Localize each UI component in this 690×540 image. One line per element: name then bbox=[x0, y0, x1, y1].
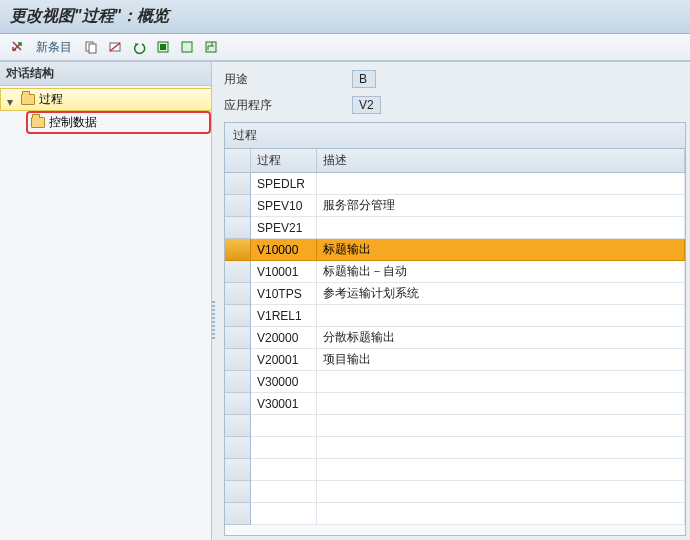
row-selector[interactable] bbox=[225, 437, 251, 459]
cell-desc[interactable] bbox=[317, 503, 685, 525]
form-row-usage: 用途 B bbox=[224, 70, 686, 88]
cell-code[interactable]: V30000 bbox=[251, 371, 317, 393]
delimit-icon[interactable] bbox=[106, 38, 124, 56]
grid-header-code[interactable]: 过程 bbox=[251, 149, 317, 173]
page-title: 更改视图"过程"：概览 bbox=[0, 0, 690, 34]
row-selector[interactable] bbox=[225, 481, 251, 503]
cell-desc[interactable] bbox=[317, 459, 685, 481]
sidebar-header: 对话结构 bbox=[0, 62, 211, 86]
cell-desc[interactable]: 标题输出－自动 bbox=[317, 261, 685, 283]
svg-rect-1 bbox=[89, 44, 96, 53]
usage-label: 用途 bbox=[224, 71, 352, 88]
select-all-icon[interactable] bbox=[154, 38, 172, 56]
folder-open-icon bbox=[21, 94, 35, 105]
table-row[interactable]: V30001 bbox=[225, 393, 685, 415]
tree-node-control-data[interactable]: 控制数据 bbox=[26, 111, 211, 134]
table-row[interactable] bbox=[225, 437, 685, 459]
collapse-icon[interactable]: ▾ bbox=[7, 95, 17, 105]
grid-header: 过程 描述 bbox=[225, 149, 685, 173]
row-selector[interactable] bbox=[225, 371, 251, 393]
cell-code[interactable] bbox=[251, 503, 317, 525]
table-row[interactable] bbox=[225, 503, 685, 525]
cell-code[interactable]: SPEV10 bbox=[251, 195, 317, 217]
application-label: 应用程序 bbox=[224, 97, 352, 114]
form-row-application: 应用程序 V2 bbox=[224, 96, 686, 114]
row-selector[interactable] bbox=[225, 459, 251, 481]
tree-node-label: 控制数据 bbox=[49, 114, 97, 131]
cell-desc[interactable]: 项目输出 bbox=[317, 349, 685, 371]
splitter-handle[interactable] bbox=[212, 62, 216, 540]
cell-desc[interactable] bbox=[317, 415, 685, 437]
copy-icon[interactable] bbox=[82, 38, 100, 56]
cell-desc[interactable] bbox=[317, 305, 685, 327]
row-selector[interactable] bbox=[225, 415, 251, 437]
cell-code[interactable] bbox=[251, 481, 317, 503]
main-area: 用途 B 应用程序 V2 过程 过程 描述 SPEDLRSPEV10服务部分管理… bbox=[216, 62, 690, 540]
row-selector[interactable] bbox=[225, 239, 251, 261]
cell-desc[interactable] bbox=[317, 437, 685, 459]
grid-header-select[interactable] bbox=[225, 149, 251, 173]
new-entries-button[interactable]: 新条目 bbox=[32, 39, 76, 56]
cell-desc[interactable] bbox=[317, 371, 685, 393]
tree-node-process[interactable]: ▾ 过程 bbox=[0, 88, 211, 111]
usage-value[interactable]: B bbox=[352, 70, 376, 88]
table-row[interactable] bbox=[225, 481, 685, 503]
cell-code[interactable]: V20000 bbox=[251, 327, 317, 349]
row-selector[interactable] bbox=[225, 173, 251, 195]
row-selector[interactable] bbox=[225, 349, 251, 371]
deselect-all-icon[interactable] bbox=[178, 38, 196, 56]
table-row[interactable]: V20001项目输出 bbox=[225, 349, 685, 371]
table-row[interactable]: SPEDLR bbox=[225, 173, 685, 195]
application-value[interactable]: V2 bbox=[352, 96, 381, 114]
row-selector[interactable] bbox=[225, 195, 251, 217]
row-selector[interactable] bbox=[225, 393, 251, 415]
table-row[interactable]: SPEV10服务部分管理 bbox=[225, 195, 685, 217]
row-selector[interactable] bbox=[225, 327, 251, 349]
cell-desc[interactable] bbox=[317, 393, 685, 415]
toggle-icon[interactable] bbox=[8, 38, 26, 56]
cell-code[interactable] bbox=[251, 459, 317, 481]
cell-code[interactable]: V1REL1 bbox=[251, 305, 317, 327]
cell-code[interactable]: V10TPS bbox=[251, 283, 317, 305]
cell-code[interactable]: V10000 bbox=[251, 239, 317, 261]
cell-desc[interactable] bbox=[317, 481, 685, 503]
table-row[interactable]: V10001标题输出－自动 bbox=[225, 261, 685, 283]
row-selector[interactable] bbox=[225, 305, 251, 327]
table-row[interactable] bbox=[225, 459, 685, 481]
cell-code[interactable]: SPEDLR bbox=[251, 173, 317, 195]
table-row[interactable]: V1REL1 bbox=[225, 305, 685, 327]
cell-desc[interactable] bbox=[317, 173, 685, 195]
cell-desc[interactable]: 分散标题输出 bbox=[317, 327, 685, 349]
save-icon[interactable] bbox=[202, 38, 220, 56]
table-row[interactable]: V20000分散标题输出 bbox=[225, 327, 685, 349]
cell-desc[interactable]: 参考运输计划系统 bbox=[317, 283, 685, 305]
row-selector[interactable] bbox=[225, 283, 251, 305]
row-selector[interactable] bbox=[225, 503, 251, 525]
grid-title: 过程 bbox=[225, 123, 685, 149]
tree-node-label: 过程 bbox=[39, 91, 63, 108]
cell-desc[interactable]: 标题输出 bbox=[317, 239, 685, 261]
undo-icon[interactable] bbox=[130, 38, 148, 56]
sidebar: 对话结构 ▾ 过程 控制数据 bbox=[0, 62, 212, 540]
cell-code[interactable]: V30001 bbox=[251, 393, 317, 415]
row-selector[interactable] bbox=[225, 261, 251, 283]
cell-code[interactable] bbox=[251, 437, 317, 459]
toolbar: 新条目 bbox=[0, 34, 690, 61]
cell-code[interactable]: V20001 bbox=[251, 349, 317, 371]
cell-code[interactable] bbox=[251, 415, 317, 437]
table-row[interactable]: V10000标题输出 bbox=[225, 239, 685, 261]
tree: ▾ 过程 控制数据 bbox=[0, 86, 211, 136]
cell-desc[interactable] bbox=[317, 217, 685, 239]
svg-rect-5 bbox=[160, 44, 166, 50]
table-row[interactable] bbox=[225, 415, 685, 437]
table-row[interactable]: V30000 bbox=[225, 371, 685, 393]
cell-code[interactable]: SPEV21 bbox=[251, 217, 317, 239]
cell-code[interactable]: V10001 bbox=[251, 261, 317, 283]
cell-desc[interactable]: 服务部分管理 bbox=[317, 195, 685, 217]
grid-container: 过程 过程 描述 SPEDLRSPEV10服务部分管理SPEV21V10000标… bbox=[224, 122, 686, 536]
grid: 过程 描述 SPEDLRSPEV10服务部分管理SPEV21V10000标题输出… bbox=[225, 149, 685, 535]
table-row[interactable]: V10TPS参考运输计划系统 bbox=[225, 283, 685, 305]
grid-header-desc[interactable]: 描述 bbox=[317, 149, 685, 173]
row-selector[interactable] bbox=[225, 217, 251, 239]
table-row[interactable]: SPEV21 bbox=[225, 217, 685, 239]
